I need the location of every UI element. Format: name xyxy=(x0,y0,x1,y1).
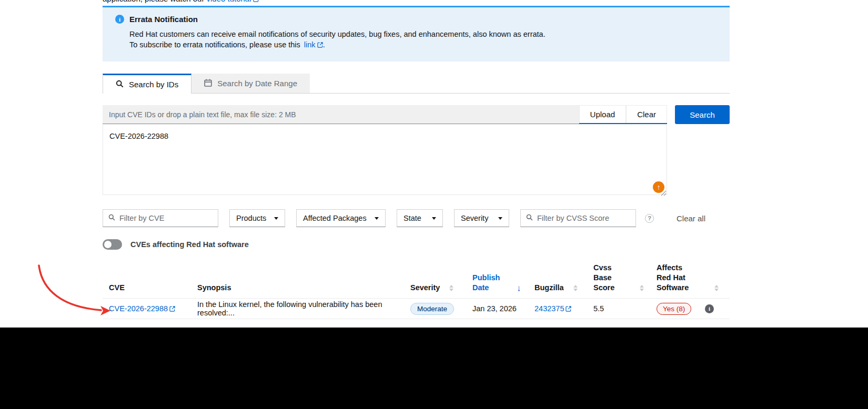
external-link-icon xyxy=(317,40,323,50)
search-tabs: Search by IDs Search by Date Range xyxy=(103,74,730,94)
clear-all-button[interactable]: Clear all xyxy=(677,214,705,223)
column-header-affects-red-hat-software[interactable]: Affects Red Hat Software xyxy=(657,263,705,293)
chevron-down-icon xyxy=(274,217,278,220)
column-header-publish-date[interactable]: Publish Date ↓ xyxy=(472,273,534,293)
help-icon[interactable]: ? xyxy=(645,214,654,223)
sort-icon[interactable] xyxy=(640,285,644,291)
resize-grip-icon[interactable] xyxy=(660,189,667,198)
chevron-down-icon xyxy=(375,217,379,220)
info-circle-icon: i xyxy=(115,15,124,24)
calendar-icon xyxy=(204,79,212,88)
alert-title: Errata Notification xyxy=(129,15,198,24)
column-header-cve[interactable]: CVE xyxy=(109,283,197,293)
search-icon xyxy=(116,80,124,89)
products-dropdown[interactable]: Products xyxy=(229,209,285,227)
letterbox-bottom xyxy=(0,328,868,409)
table-header-row: CVE Synopsis Severity Publish Date ↓ Bug… xyxy=(103,263,730,299)
affected-packages-dropdown[interactable]: Affected Packages xyxy=(296,209,386,227)
cve-results-table: CVE Synopsis Severity Publish Date ↓ Bug… xyxy=(103,263,730,319)
cve-upload-toolbar: Upload Clear xyxy=(103,105,667,124)
cve-cell: CVE-2026-22988 xyxy=(109,304,197,313)
filter-by-cvss-field xyxy=(520,209,636,227)
intro-text: application, please watch our xyxy=(103,0,204,3)
video-tutorial-link[interactable]: video tutorial xyxy=(206,0,258,3)
external-link-icon xyxy=(253,0,259,4)
search-icon xyxy=(526,213,533,223)
severity-badge: Moderate xyxy=(410,303,454,315)
cve-ids-file-input[interactable] xyxy=(103,105,579,124)
cve-link[interactable]: CVE-2026-22988 xyxy=(109,304,175,313)
clear-button[interactable]: Clear xyxy=(626,105,667,123)
alert-description: Red Hat customers can receive email noti… xyxy=(129,29,721,39)
bugzilla-cell: 2432375 xyxy=(534,304,593,313)
publish-date-cell: Jan 23, 2026 xyxy=(472,304,534,313)
filter-by-cvss-input[interactable] xyxy=(537,214,630,222)
info-icon[interactable]: i xyxy=(705,304,714,313)
tab-label: Search by IDs xyxy=(129,80,178,89)
search-icon xyxy=(108,213,115,223)
upload-button[interactable]: Upload xyxy=(579,105,627,123)
filter-toolbar: Products Affected Packages State Severit… xyxy=(103,209,730,227)
sort-icon[interactable] xyxy=(573,285,578,291)
red-hat-software-toggle-row: CVEs affecting Red Hat software xyxy=(103,239,249,250)
search-button[interactable]: Search xyxy=(675,105,730,124)
table-row: CVE-2026-22988 In the Linux kernel, the … xyxy=(103,299,730,319)
filter-by-cve-field xyxy=(103,209,218,227)
severity-cell: Moderate xyxy=(410,303,472,315)
external-link-icon xyxy=(566,305,571,313)
column-header-sort-spacer xyxy=(705,285,724,293)
column-header-severity[interactable]: Severity xyxy=(410,283,472,293)
errata-notification-banner: i Errata Notification Red Hat customers … xyxy=(103,6,730,62)
severity-dropdown[interactable]: Severity xyxy=(454,209,509,227)
bugzilla-link[interactable]: 2432375 xyxy=(534,304,571,313)
toggle-label: CVEs affecting Red Hat software xyxy=(130,240,249,249)
filter-by-cve-input[interactable] xyxy=(119,214,213,222)
column-header-cvss-base-score[interactable]: Cvss Base Score xyxy=(593,263,657,293)
subscribe-link[interactable]: link xyxy=(304,40,323,49)
state-dropdown[interactable]: State xyxy=(397,209,443,227)
toggle-knob xyxy=(104,241,112,248)
affects-cell: Yes (8) xyxy=(657,303,705,315)
affects-yes-badge[interactable]: Yes (8) xyxy=(657,303,691,315)
upload-clear-group: Upload Clear xyxy=(579,105,667,124)
clipped-intro-line: application, please watch ourvideo tutor… xyxy=(103,0,471,5)
row-info-cell: i xyxy=(705,304,724,313)
tab-label: Search by Date Range xyxy=(217,79,297,88)
tab-search-by-date-range[interactable]: Search by Date Range xyxy=(191,74,310,94)
sort-icon[interactable] xyxy=(449,285,453,291)
synopsis-cell: In the Linux kernel, the following vulne… xyxy=(197,300,410,317)
column-header-bugzilla[interactable]: Bugzilla xyxy=(534,283,593,293)
cve-ids-textarea[interactable]: CVE-2026-22988 xyxy=(103,124,667,195)
sort-descending-icon[interactable]: ↓ xyxy=(517,284,521,293)
alert-subscribe-line: To subscribe to errata notifications, pl… xyxy=(129,39,721,50)
chevron-down-icon xyxy=(498,217,502,220)
sort-icon[interactable] xyxy=(714,285,719,291)
chevron-down-icon xyxy=(432,217,436,220)
external-link-icon xyxy=(169,305,175,313)
cves-affecting-toggle[interactable] xyxy=(103,239,122,250)
cvss-score-cell: 5.5 xyxy=(593,304,657,313)
cve-search-page: application, please watch ourvideo tutor… xyxy=(0,0,868,409)
tab-search-by-ids[interactable]: Search by IDs xyxy=(103,74,191,94)
column-header-synopsis[interactable]: Synopsis xyxy=(197,283,410,293)
